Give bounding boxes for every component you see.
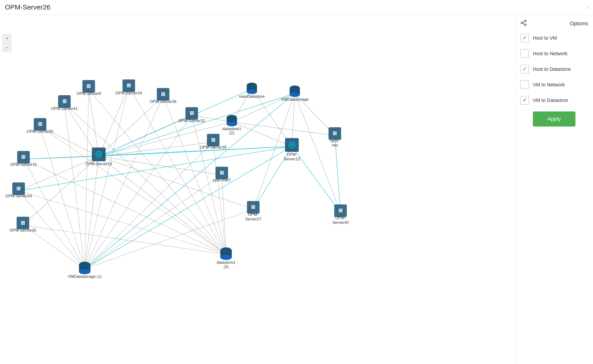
node-datastore1-2[interactable]: datastore1 (2) <box>222 115 241 135</box>
svg-text:⊞: ⊞ <box>38 121 42 127</box>
option-host-to-datastore[interactable]: ✓ Host to Datastore <box>520 65 588 73</box>
svg-line-45 <box>232 122 292 146</box>
node-opm-server40[interactable]: ⊞ OPM- Server40 <box>333 204 349 225</box>
svg-text:⊞: ⊞ <box>62 98 67 104</box>
svg-text:OPM-: OPM- <box>335 216 346 220</box>
svg-text:datastore1: datastore1 <box>217 260 236 264</box>
svg-point-78 <box>247 90 257 94</box>
svg-text:⊞: ⊞ <box>161 91 165 97</box>
header: OPM-Server26 › <box>0 0 593 15</box>
svg-text:(2): (2) <box>229 131 234 135</box>
option-host-to-vm[interactable]: ✓ Host to VM <box>520 34 588 42</box>
svg-text:OPM-Server13: OPM-Server13 <box>85 162 112 166</box>
node-opm-server24[interactable]: ⊞ OPM-Server24 <box>5 182 32 198</box>
page-title: OPM-Server26 <box>5 3 50 11</box>
svg-point-101 <box>291 144 293 146</box>
checkbox-host-to-network[interactable] <box>520 49 529 58</box>
svg-point-134 <box>525 20 526 22</box>
checkmark-vm-to-datastore: ✓ <box>522 97 527 103</box>
share-icon[interactable] <box>520 19 527 28</box>
node-opm-server32[interactable]: ⊞ OPM-Server32 <box>178 107 205 123</box>
svg-line-18 <box>65 103 85 269</box>
node-datastore1-3[interactable]: datastore1 (3) <box>217 247 236 269</box>
svg-line-137 <box>523 23 525 25</box>
svg-text:⊞: ⊞ <box>16 186 21 191</box>
zoom-out-button[interactable]: − <box>2 43 11 52</box>
zoom-in-button[interactable]: + <box>2 34 11 43</box>
node-opm-server8[interactable]: ⊞ OPM-Server8 <box>76 80 101 96</box>
svg-text:Server40: Server40 <box>333 220 349 225</box>
svg-text:⊞: ⊞ <box>211 137 215 143</box>
svg-line-9 <box>99 142 213 156</box>
checkbox-vm-to-network[interactable] <box>520 80 529 89</box>
svg-line-16 <box>85 86 129 269</box>
svg-text:OPM-Server8: OPM-Server8 <box>76 91 101 96</box>
svg-point-127 <box>79 269 90 274</box>
svg-line-25 <box>85 175 222 269</box>
svg-text:⊞: ⊞ <box>333 130 337 136</box>
svg-text:OPM-Server32: OPM-Server32 <box>178 118 205 123</box>
header-arrow[interactable]: › <box>586 4 588 10</box>
checkmark-host-to-vm: ✓ <box>522 35 527 41</box>
svg-text:⊞: ⊞ <box>338 208 343 213</box>
option-vm-to-datastore[interactable]: ✓ VM to Datastore <box>520 96 588 105</box>
node-opm-server27[interactable]: ⊞ OPM- Server27 <box>245 201 261 221</box>
node-vsan-datastore[interactable]: vsanDatastore <box>239 83 265 99</box>
node-vmdatastorage-1[interactable]: VMDatastorage (1) <box>68 262 102 279</box>
svg-text:OPM-: OPM- <box>248 212 259 217</box>
svg-point-94 <box>98 153 100 155</box>
label-host-to-network: Host to Network <box>533 51 567 56</box>
svg-line-13 <box>99 156 226 255</box>
node-opm-server41[interactable]: ⊞ OPM-Server41 <box>51 95 78 111</box>
svg-point-82 <box>290 92 300 97</box>
label-host-to-datastore: Host to Datastore <box>533 66 571 72</box>
svg-text:⊞: ⊞ <box>127 82 131 88</box>
node-opm-server12[interactable]: OPM- Server12 <box>284 138 300 161</box>
svg-text:VMDatastorage (1): VMDatastorage (1) <box>68 274 102 279</box>
svg-line-37 <box>222 175 226 255</box>
svg-text:opm-: opm- <box>330 138 339 143</box>
svg-line-23 <box>85 115 192 269</box>
svg-text:⊞: ⊞ <box>21 220 25 226</box>
option-vm-to-network[interactable]: VM to Network <box>520 80 588 89</box>
svg-text:⊞: ⊞ <box>251 204 255 210</box>
node-opm-server34[interactable]: ⊞ OPM-Server34 <box>115 80 142 95</box>
svg-line-2 <box>99 96 163 156</box>
svg-text:OPM-: OPM- <box>287 152 297 156</box>
svg-line-7 <box>23 156 99 225</box>
svg-text:⊞: ⊞ <box>21 154 26 160</box>
svg-text:Server27: Server27 <box>245 217 261 221</box>
svg-text:OPM-Server30: OPM-Server30 <box>9 228 36 232</box>
node-opm-server39[interactable]: ⊞ OPM-Server39 <box>200 134 227 149</box>
svg-line-48 <box>99 93 295 156</box>
svg-line-1 <box>99 86 129 156</box>
checkbox-host-to-datastore[interactable]: ✓ <box>520 65 529 73</box>
svg-text:OPM-Server15: OPM-Server15 <box>10 162 37 167</box>
checkbox-host-to-vm[interactable]: ✓ <box>520 34 529 42</box>
node-opm-server38[interactable]: ⊞ OPM-Server38 <box>150 88 176 104</box>
node-vm-datastorage[interactable]: VMDatastorage <box>281 85 309 101</box>
svg-point-86 <box>227 122 237 127</box>
svg-line-17 <box>85 96 163 269</box>
svg-text:⊞: ⊞ <box>220 170 224 175</box>
svg-text:OPM-Server34: OPM-Server34 <box>115 91 142 95</box>
svg-text:OPM-Server39: OPM-Server39 <box>200 145 227 149</box>
apply-button[interactable]: Apply <box>533 111 575 127</box>
option-host-to-network[interactable]: Host to Network <box>520 49 588 58</box>
node-opm-nas[interactable]: ⊞ opm- nas <box>329 127 341 147</box>
svg-text:opm-rhel7: opm-rhel7 <box>213 178 231 182</box>
checkmark-host-to-datastore: ✓ <box>522 66 527 72</box>
panel-header: Options <box>520 19 588 28</box>
svg-text:(3): (3) <box>224 264 229 269</box>
svg-text:⊞: ⊞ <box>86 83 91 89</box>
canvas-area: + − <box>0 15 515 364</box>
zoom-controls: + − <box>2 34 11 52</box>
svg-text:OPM-Server41: OPM-Server41 <box>51 106 78 111</box>
svg-text:⊞: ⊞ <box>190 110 194 116</box>
checkbox-vm-to-datastore[interactable]: ✓ <box>520 96 529 105</box>
node-opm-server25[interactable]: ⊞ OPM-Server25 <box>27 118 54 134</box>
svg-line-138 <box>523 21 525 23</box>
node-opm-rhel7[interactable]: ⊞ opm-rhel7 <box>213 167 231 182</box>
node-opm-server30[interactable]: ⊞ OPM-Server30 <box>9 217 36 232</box>
label-vm-to-network: VM to Network <box>533 82 565 88</box>
